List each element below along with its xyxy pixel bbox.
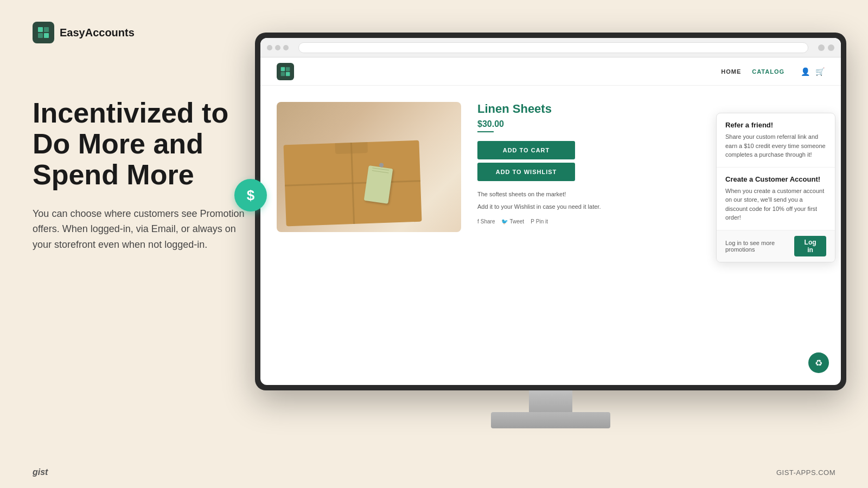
- nav-catalog[interactable]: CATALOG: [752, 68, 784, 75]
- monitor-stand: [255, 390, 846, 428]
- stand-neck: [529, 390, 572, 412]
- pin-label: Pin it: [536, 219, 548, 224]
- svg-rect-7: [286, 72, 290, 76]
- share-pinterest[interactable]: P Pin it: [531, 219, 548, 224]
- store-content: Linen Sheets $30.00 ADD TO CART ADD TO W…: [260, 86, 841, 385]
- refresh-icon: ♻: [815, 358, 822, 368]
- dot-green: [283, 45, 289, 50]
- promo-section-2: Create a Customer Account! When you crea…: [717, 168, 835, 230]
- dot-yellow: [275, 45, 280, 50]
- cart-icon[interactable]: 🛒: [815, 67, 825, 76]
- dollar-icon: $: [247, 187, 254, 204]
- price-divider: [477, 131, 494, 132]
- promo-title-1: Refer a friend!: [725, 121, 826, 129]
- store-navigation: HOME CATALOG 👤 🛒: [260, 57, 841, 86]
- address-bar[interactable]: [298, 42, 808, 53]
- app-logo: EasyAccounts: [33, 22, 135, 43]
- promo-text-1: Share your custom referral link and earn…: [725, 132, 826, 159]
- footer-url: GIST-APPS.COM: [776, 468, 835, 477]
- svg-rect-2: [38, 33, 43, 38]
- svg-rect-3: [44, 33, 49, 38]
- app-name: EasyAccounts: [60, 27, 135, 39]
- login-button[interactable]: Log in: [794, 236, 826, 256]
- twitter-icon: 🐦: [501, 219, 508, 224]
- promo-popup: Refer a friend! Share your custom referr…: [716, 113, 835, 262]
- promo-text-2: When you create a customer account on ou…: [725, 187, 826, 222]
- page-footer: gist GIST-APPS.COM: [33, 467, 835, 477]
- promo-section-1: Refer a friend! Share your custom referr…: [717, 113, 835, 168]
- svg-rect-1: [44, 27, 49, 32]
- footer-brand: gist: [33, 467, 48, 477]
- product-image: [277, 102, 461, 232]
- bottom-refresh-badge[interactable]: ♻: [808, 352, 829, 373]
- share-facebook[interactable]: f Share: [477, 219, 495, 224]
- svg-rect-6: [281, 72, 285, 76]
- dollar-badge: $: [234, 179, 267, 211]
- product-image-section: [277, 102, 461, 369]
- add-to-wishlist-button[interactable]: ADD TO WISHLIST: [477, 163, 575, 181]
- pinterest-icon: P: [531, 219, 534, 224]
- svg-rect-5: [286, 67, 290, 71]
- share-label: Share: [481, 219, 495, 224]
- store-logo: [277, 63, 294, 80]
- monitor-wrapper: HOME CATALOG 👤 🛒: [255, 33, 846, 445]
- promo-footer-text: Log in to see more promotions: [725, 240, 794, 253]
- nav-home[interactable]: HOME: [721, 68, 741, 75]
- left-content-section: Incentivized to Do More and Spend More Y…: [33, 98, 250, 253]
- svg-rect-4: [281, 67, 285, 71]
- browser-bar: [260, 38, 841, 57]
- tweet-label: Tweet: [509, 219, 524, 224]
- promo-footer: Log in to see more promotions Log in: [717, 230, 835, 262]
- browser-actions: [818, 44, 834, 51]
- dot-red: [267, 45, 272, 50]
- share-twitter[interactable]: 🐦 Tweet: [501, 219, 524, 224]
- nav-links: HOME CATALOG 👤 🛒: [721, 67, 825, 76]
- browser-action-1: [818, 44, 825, 51]
- stand-base: [491, 412, 610, 428]
- browser-action-2: [828, 44, 834, 51]
- account-icon[interactable]: 👤: [801, 67, 810, 76]
- browser-traffic-lights: [267, 45, 289, 50]
- description-text: You can choose where customers see Promo…: [33, 206, 250, 253]
- add-to-cart-button[interactable]: ADD TO CART: [477, 141, 575, 159]
- headline: Incentivized to Do More and Spend More: [33, 98, 250, 191]
- monitor-frame: HOME CATALOG 👤 🛒: [255, 33, 846, 390]
- svg-rect-0: [38, 27, 43, 32]
- promo-title-2: Create a Customer Account!: [725, 175, 826, 183]
- monitor-screen: HOME CATALOG 👤 🛒: [260, 38, 841, 385]
- nav-icons: 👤 🛒: [801, 67, 825, 76]
- app-logo-icon: [33, 22, 54, 43]
- facebook-icon: f: [477, 219, 479, 224]
